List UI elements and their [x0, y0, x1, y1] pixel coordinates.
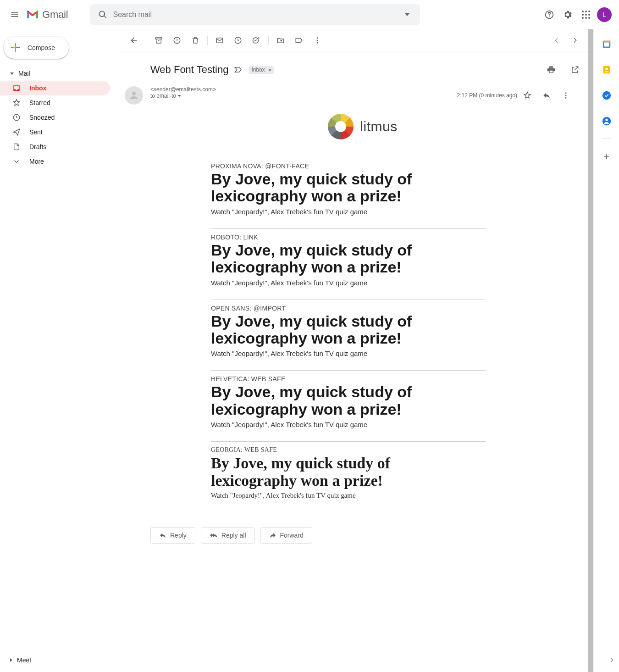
tasks-addon-icon[interactable] [597, 86, 616, 105]
nav-item-label: Sent [29, 128, 43, 136]
nav-item-label: Starred [29, 99, 50, 106]
plus-icon [10, 42, 21, 53]
labels-icon[interactable] [290, 31, 308, 50]
svg-point-33 [605, 119, 608, 122]
svg-point-2 [582, 11, 584, 12]
recipient-toggle[interactable]: to email-to [150, 93, 457, 99]
svg-point-23 [565, 95, 567, 96]
important-marker-icon[interactable] [234, 65, 243, 74]
subject-row: Web Font Testing Inbox × [117, 51, 593, 83]
font-sample-block: ROBOTO: LINK By Jove, my quick study of … [150, 229, 426, 300]
reply-button[interactable]: Reply [150, 527, 195, 544]
svg-point-20 [317, 42, 318, 43]
font-sample-sub: Watch "Jeopardy!", Alex Trebek's fun TV … [211, 208, 426, 216]
litmus-wordmark: litmus [360, 119, 397, 134]
archive-icon[interactable] [149, 31, 168, 50]
compose-button[interactable]: Compose [4, 37, 69, 59]
svg-rect-26 [604, 42, 609, 46]
reply-icon[interactable] [537, 86, 556, 105]
contacts-addon-icon[interactable] [597, 112, 616, 130]
message-time: 2:12 PM (0 minutes ago) [457, 92, 517, 99]
draft-icon [12, 142, 21, 151]
nav-more[interactable]: More [0, 154, 110, 169]
star-message-icon[interactable] [518, 86, 536, 105]
print-icon[interactable] [542, 61, 560, 79]
chevron-down-icon [12, 157, 21, 166]
get-addons-icon[interactable]: + [597, 147, 616, 166]
nav-inbox[interactable]: Inbox [0, 81, 110, 95]
more-message-icon[interactable] [557, 86, 575, 105]
side-panel: + [593, 29, 619, 672]
calendar-addon-icon[interactable] [597, 35, 616, 53]
remove-label-icon[interactable]: × [267, 67, 273, 73]
svg-point-8 [582, 17, 584, 19]
nav-item-label: Snoozed [29, 114, 55, 121]
search-icon[interactable] [94, 10, 112, 19]
svg-point-22 [565, 92, 567, 94]
font-sample-headline: By Jove, my quick study of lexicography … [211, 383, 426, 418]
meet-section-header[interactable]: Meet [0, 652, 117, 668]
email-body: litmus PROXIMA NOVA: @FONT-FACE By Jove,… [125, 105, 575, 512]
svg-point-31 [602, 91, 610, 100]
font-sample-sub: Watch "Jeopardy!", Alex Trebek's fun TV … [211, 421, 426, 428]
font-sample-block: HELVETICA: WEB SAFE By Jove, my quick st… [150, 371, 426, 441]
font-sample-key: HELVETICA: WEB SAFE [211, 375, 426, 383]
more-icon[interactable] [308, 31, 326, 50]
sender-avatar[interactable] [125, 86, 143, 105]
add-task-icon[interactable] [247, 31, 265, 50]
move-to-icon[interactable] [271, 31, 290, 50]
search-bar[interactable] [90, 4, 420, 25]
forward-button[interactable]: Forward [260, 527, 312, 544]
newer-icon[interactable] [566, 31, 584, 50]
sender-address[interactable]: <sender@emailtests.com> [150, 86, 457, 93]
font-sample-key: OPEN SANS: @IMPORT [211, 305, 426, 312]
email-brand-row: litmus [150, 114, 575, 139]
svg-point-4 [588, 11, 590, 12]
svg-point-24 [565, 97, 567, 99]
inbox-label-chip[interactable]: Inbox × [249, 66, 274, 74]
collapse-side-panel-icon[interactable] [604, 653, 619, 667]
nav-sent[interactable]: Sent [0, 125, 110, 139]
gmail-logo[interactable]: Gmail [26, 9, 68, 21]
keep-addon-icon[interactable] [597, 61, 616, 79]
hamburger-menu-icon[interactable] [4, 4, 26, 26]
nav-drafts[interactable]: Drafts [0, 139, 110, 154]
scrollbar[interactable] [588, 29, 593, 672]
subject-title: Web Font Testing [150, 64, 228, 76]
settings-gear-icon[interactable] [558, 6, 577, 24]
search-options-icon[interactable] [398, 6, 416, 24]
nav-starred[interactable]: Starred [0, 95, 110, 110]
nav-item-label: More [29, 158, 44, 165]
compose-label: Compose [28, 44, 55, 51]
svg-point-9 [585, 17, 587, 19]
inbox-icon [12, 83, 21, 93]
search-input[interactable] [112, 10, 398, 19]
font-sample-sub: Watch "Jeopardy!", Alex Trebek's fun TV … [211, 350, 426, 357]
support-icon[interactable] [540, 6, 558, 24]
svg-point-1 [549, 16, 550, 17]
account-avatar[interactable]: L [597, 7, 612, 22]
spam-icon[interactable] [168, 31, 186, 50]
message-header: <sender@emailtests.com> to email-to 2:12… [125, 86, 575, 105]
clock-icon [12, 113, 21, 122]
nav-item-label: Drafts [29, 143, 46, 150]
snooze-icon[interactable] [229, 31, 247, 50]
older-icon[interactable] [547, 31, 566, 50]
google-apps-icon[interactable] [577, 6, 595, 24]
open-new-window-icon[interactable] [566, 61, 584, 79]
delete-icon[interactable] [186, 31, 204, 50]
font-sample-headline: By Jove, my quick study of lexicography … [211, 313, 426, 347]
font-sample-key: GEORGIA: WEB SAFE [211, 446, 426, 454]
font-sample-block: OPEN SANS: @IMPORT By Jove, my quick stu… [150, 300, 426, 371]
svg-rect-29 [605, 72, 608, 72]
mark-unread-icon[interactable] [210, 31, 229, 50]
reply-all-button[interactable]: Reply all [201, 527, 255, 544]
back-icon[interactable] [125, 31, 143, 50]
svg-point-18 [317, 37, 318, 39]
nav-snoozed[interactable]: Snoozed [0, 110, 110, 125]
font-sample-sub: Watch "Jeopardy!", Alex Trebek's fun TV … [211, 279, 426, 287]
font-sample-sub: Watch "Jeopardy!", Alex Trebek's fun TV … [211, 492, 426, 500]
chevron-down-icon [10, 72, 14, 75]
svg-point-7 [588, 14, 590, 16]
mail-section-header[interactable]: Mail [0, 66, 117, 81]
